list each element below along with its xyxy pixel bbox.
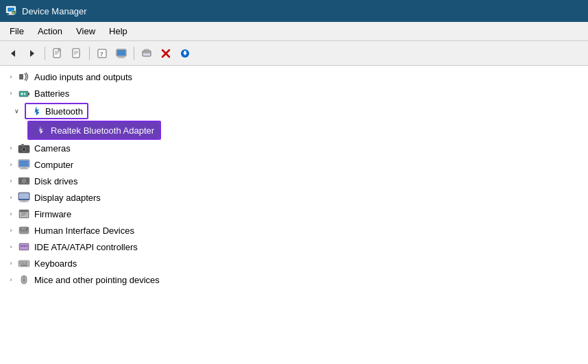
tree-item-batteries[interactable]: › Batteries [0, 85, 588, 101]
tree-item-diskdrives[interactable]: › Disk drives [0, 173, 588, 189]
svg-marker-7 [30, 50, 34, 57]
svg-rect-70 [21, 231, 27, 232]
remove-button[interactable] [157, 45, 175, 62]
help-button[interactable]: ? [93, 45, 111, 62]
svg-rect-66 [23, 228, 24, 229]
tree-item-computer[interactable]: › Computer [0, 156, 588, 173]
update-button[interactable] [176, 45, 194, 62]
svg-rect-44 [19, 160, 29, 167]
computer-button[interactable] [112, 45, 130, 62]
svg-rect-80 [25, 262, 26, 263]
device-tree[interactable]: › Audio inputs and outputs › Batteries ∨ [0, 66, 588, 364]
tree-item-ide[interactable]: › IDE ATA/ATAPI controllers [0, 239, 588, 255]
tree-item-hid[interactable]: › Human Interface Devices [0, 222, 588, 239]
toolbar-sep-3 [134, 47, 134, 60]
properties-button-1[interactable] [49, 45, 66, 62]
svg-rect-85 [25, 263, 26, 265]
tree-item-cameras[interactable]: › Cameras [0, 140, 588, 156]
svg-rect-25 [145, 49, 149, 51]
svg-rect-62 [20, 210, 28, 212]
svg-rect-32 [19, 74, 23, 80]
audio-icon [18, 71, 30, 83]
computer-icon [18, 158, 30, 171]
forward-button[interactable] [23, 45, 41, 62]
expand-firmware[interactable]: › [5, 208, 16, 219]
expand-ide[interactable]: › [5, 241, 16, 252]
svg-text:?: ? [100, 51, 103, 58]
svg-rect-75 [26, 245, 27, 247]
svg-point-51 [27, 182, 28, 184]
menu-file[interactable]: File [3, 23, 31, 39]
expand-hid[interactable]: › [5, 225, 16, 236]
svg-rect-34 [28, 93, 29, 95]
svg-rect-65 [21, 228, 22, 229]
expand-audio[interactable]: › [5, 71, 16, 82]
svg-rect-12 [58, 49, 60, 51]
menu-view[interactable]: View [69, 23, 102, 39]
svg-rect-20 [117, 50, 125, 56]
svg-rect-69 [24, 229, 25, 230]
svg-rect-83 [21, 263, 23, 265]
mice-label: Mice and other pointing devices [34, 275, 160, 285]
expand-keyboards[interactable]: › [5, 258, 16, 269]
scan-button[interactable] [138, 45, 156, 62]
cameras-label: Cameras [34, 143, 71, 154]
tree-item-firmware[interactable]: › Firmware [0, 206, 588, 222]
tree-item-bluetooth-adapter[interactable]: Realtek Bluetooth Adapter [0, 121, 588, 140]
svg-rect-86 [27, 263, 28, 265]
bluetooth-adapter-icon [34, 124, 47, 136]
expand-displayadapters[interactable]: › [5, 192, 16, 203]
svg-rect-33 [19, 91, 28, 97]
batteries-icon [18, 87, 30, 99]
svg-rect-77 [20, 262, 21, 263]
properties-button-2[interactable] [68, 45, 86, 62]
svg-rect-84 [23, 263, 25, 265]
svg-rect-82 [20, 263, 21, 265]
svg-rect-79 [23, 262, 25, 263]
menu-action[interactable]: Action [31, 23, 69, 39]
bluetooth-adapter-label: Realtek Bluetooth Adapter [51, 125, 154, 136]
svg-rect-81 [27, 262, 28, 263]
expand-diskdrives[interactable]: › [5, 175, 16, 186]
toolbar: ? [0, 41, 588, 66]
ide-label: IDE ATA/ATAPI controllers [34, 242, 138, 252]
expand-bluetooth[interactable]: ∨ [11, 106, 22, 117]
expand-batteries[interactable]: › [5, 88, 16, 99]
tree-item-audio[interactable]: › Audio inputs and outputs [0, 69, 588, 85]
displayadapters-icon [18, 191, 30, 204]
bluetooth-cat-icon [30, 105, 42, 117]
svg-rect-56 [19, 199, 29, 200]
mice-icon [18, 274, 30, 286]
title-bar-icon: ⚙ [5, 5, 16, 18]
audio-label: Audio inputs and outputs [34, 72, 132, 82]
svg-point-50 [23, 180, 25, 182]
expand-cameras[interactable]: › [5, 143, 16, 154]
svg-point-41 [23, 149, 25, 150]
svg-rect-55 [20, 202, 28, 202]
bluetooth-cat-label: Bluetooth [45, 106, 83, 117]
svg-rect-45 [22, 167, 26, 169]
svg-rect-22 [118, 57, 125, 58]
tree-item-displayadapters[interactable]: › Display adapters [0, 189, 588, 206]
svg-rect-53 [19, 193, 29, 199]
svg-marker-6 [11, 50, 15, 57]
ide-icon [18, 241, 30, 253]
title-bar-text: Device Manager [22, 6, 87, 16]
firmware-label: Firmware [34, 209, 71, 219]
expand-mice[interactable]: › [5, 274, 16, 285]
displayadapters-label: Display adapters [34, 193, 101, 203]
svg-text:⚙: ⚙ [12, 11, 15, 14]
hid-label: Human Interface Devices [34, 226, 134, 236]
title-bar: ⚙ Device Manager [0, 0, 588, 22]
tree-item-bluetooth[interactable]: ∨ Bluetooth [0, 101, 588, 121]
menu-help[interactable]: Help [102, 23, 134, 39]
svg-rect-42 [21, 144, 24, 146]
svg-rect-26 [144, 56, 149, 56]
svg-rect-54 [22, 200, 26, 202]
tree-item-mice[interactable]: › Mice and other pointing devices [0, 271, 588, 288]
expand-computer[interactable]: › [5, 159, 16, 170]
back-button[interactable] [4, 45, 22, 62]
tree-item-keyboards[interactable]: › Keyboards [0, 255, 588, 271]
svg-rect-24 [143, 51, 150, 53]
hid-icon [18, 224, 30, 236]
